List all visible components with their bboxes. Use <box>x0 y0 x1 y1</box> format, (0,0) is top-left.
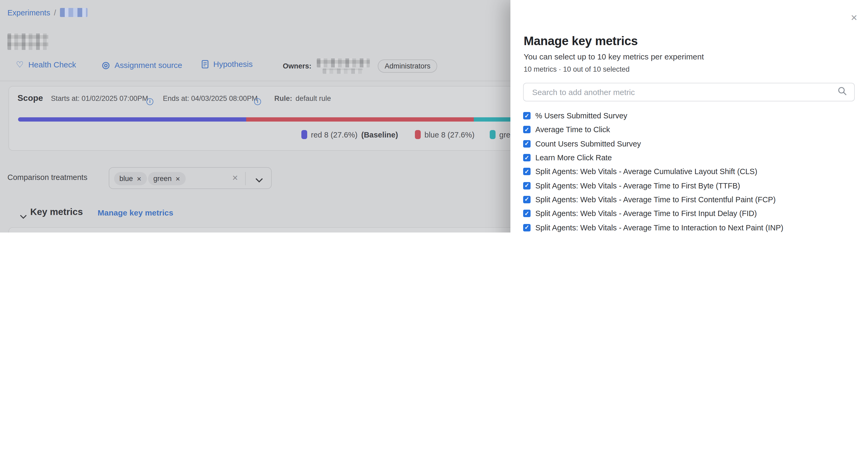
chevron-down-icon[interactable] <box>256 175 262 185</box>
metric-option-label: Learn More Click Rate <box>535 153 612 162</box>
panel-title: Manage key metrics <box>524 34 638 48</box>
metric-option-label: Split Agents: Web Vitals - Average Time … <box>535 209 757 217</box>
target-icon <box>102 59 110 70</box>
scope-rule-label: Rule: <box>274 94 292 103</box>
health-check-link[interactable]: Health Check <box>16 59 76 69</box>
legend-item-blue: blue 8 (27.6%) <box>415 130 474 139</box>
checkbox-checked[interactable] <box>523 168 531 175</box>
clear-all-icon[interactable] <box>232 174 238 182</box>
breadcrumb-separator: / <box>54 8 56 17</box>
panel-subtitle: You can select up to 10 key metrics per … <box>524 52 704 61</box>
remove-chip-icon[interactable] <box>175 175 180 183</box>
checkbox-checked[interactable] <box>523 140 531 147</box>
close-icon[interactable] <box>850 13 858 23</box>
administrators-badge: Administrators <box>378 59 437 73</box>
metric-option-label: Split Agents: Web Vitals - Average Time … <box>535 223 783 232</box>
allocation-segment-blue <box>246 117 473 121</box>
health-check-label: Health Check <box>28 60 76 69</box>
chip-blue[interactable]: blue <box>114 172 147 185</box>
metric-option[interactable]: Average Time to Click <box>523 123 855 137</box>
checkbox-checked[interactable] <box>523 112 531 119</box>
owners-label: Owners: <box>283 62 311 70</box>
metric-search-box <box>523 83 855 101</box>
metric-option-label: Split Agents: Web Vitals - Average Time … <box>535 181 740 190</box>
metric-option-label: Count Users Submitted Survey <box>535 139 641 148</box>
metric-option-label: % Users Submitted Survey <box>535 112 627 120</box>
metric-option[interactable]: Split Agents: Web Vitals - Average Time … <box>523 221 855 233</box>
experiment-name-redacted <box>60 8 87 17</box>
search-icon[interactable] <box>838 87 847 98</box>
breadcrumb: Experiments / <box>7 8 87 17</box>
checkbox-checked[interactable] <box>523 210 531 217</box>
checkbox-checked[interactable] <box>523 196 531 203</box>
chip-label: green <box>153 175 172 183</box>
key-metrics-title: Key metrics <box>30 206 83 217</box>
owner-name-redacted <box>317 58 370 67</box>
page-title-redacted <box>7 33 48 50</box>
checkbox-checked[interactable] <box>523 182 531 189</box>
metric-checkbox-list: % Users Submitted Survey Average Time to… <box>523 109 855 233</box>
heart-icon <box>16 59 24 69</box>
checkbox-checked[interactable] <box>523 154 531 162</box>
scope-starts-at: Starts at: 01/02/2025 07:00PM <box>51 94 148 103</box>
metric-option-label: Split Agents: Web Vitals - Average Time … <box>535 195 776 204</box>
assignment-source-label: Assignment source <box>115 60 182 69</box>
hypothesis-link[interactable]: Hypothesis <box>202 59 252 68</box>
owner-name-redacted-2 <box>322 68 363 74</box>
assignment-source-link[interactable]: Assignment source <box>102 59 182 70</box>
legend-swatch <box>490 130 496 139</box>
manage-key-metrics-panel: Manage key metrics You can select up to … <box>510 0 868 233</box>
collapse-section-icon[interactable] <box>20 212 27 221</box>
scope-rule-value: default rule <box>296 94 331 103</box>
metric-option[interactable]: Split Agents: Web Vitals - Average Time … <box>523 179 855 193</box>
metric-option[interactable]: Count Users Submitted Survey <box>523 137 855 151</box>
info-icon[interactable] <box>254 94 261 105</box>
legend-label: red 8 (27.6%) <box>311 130 358 139</box>
legend-baseline-tag: (Baseline) <box>361 130 398 139</box>
metric-option[interactable]: Split Agents: Web Vitals - Average Time … <box>523 193 855 207</box>
hypothesis-label: Hypothesis <box>213 59 252 68</box>
chip-green[interactable]: green <box>148 172 186 185</box>
metric-option[interactable]: Split Agents: Web Vitals - Average Time … <box>523 206 855 221</box>
info-icon[interactable] <box>147 94 153 105</box>
metric-option-label: Average Time to Click <box>535 125 610 134</box>
metric-option[interactable]: Split Agents: Web Vitals - Average Cumul… <box>523 165 855 179</box>
checkbox-checked[interactable] <box>523 126 531 134</box>
legend-swatch <box>415 130 421 139</box>
scope-title: Scope <box>18 93 43 103</box>
chip-label: blue <box>119 175 133 183</box>
metric-option[interactable]: Learn More Click Rate <box>523 151 855 165</box>
checkbox-checked[interactable] <box>523 224 531 231</box>
metric-option[interactable]: % Users Submitted Survey <box>523 109 855 123</box>
metrics-count: 10 metrics · 10 out of 10 selected <box>524 65 629 73</box>
select-divider <box>245 172 246 185</box>
manage-key-metrics-link[interactable]: Manage key metrics <box>98 208 173 217</box>
remove-chip-icon[interactable] <box>136 175 142 183</box>
breadcrumb-experiments-link[interactable]: Experiments <box>7 8 50 17</box>
comparison-treatments-select[interactable]: blue green <box>109 167 272 189</box>
allocation-segment-red <box>18 117 246 121</box>
scope-ends-at: Ends at: 04/03/2025 08:00PM <box>163 94 257 103</box>
document-icon <box>202 60 209 68</box>
metric-option-label: Split Agents: Web Vitals - Average Cumul… <box>535 168 757 176</box>
legend-swatch <box>301 130 307 139</box>
legend-item-red: red 8 (27.6%) (Baseline) <box>301 130 398 139</box>
app-window: Experiments / Health Check Assignment so… <box>0 0 868 233</box>
legend-label: blue 8 (27.6%) <box>425 130 474 139</box>
comparison-treatments-label: Comparison treatments <box>7 173 87 181</box>
metric-search-input[interactable] <box>531 87 838 97</box>
